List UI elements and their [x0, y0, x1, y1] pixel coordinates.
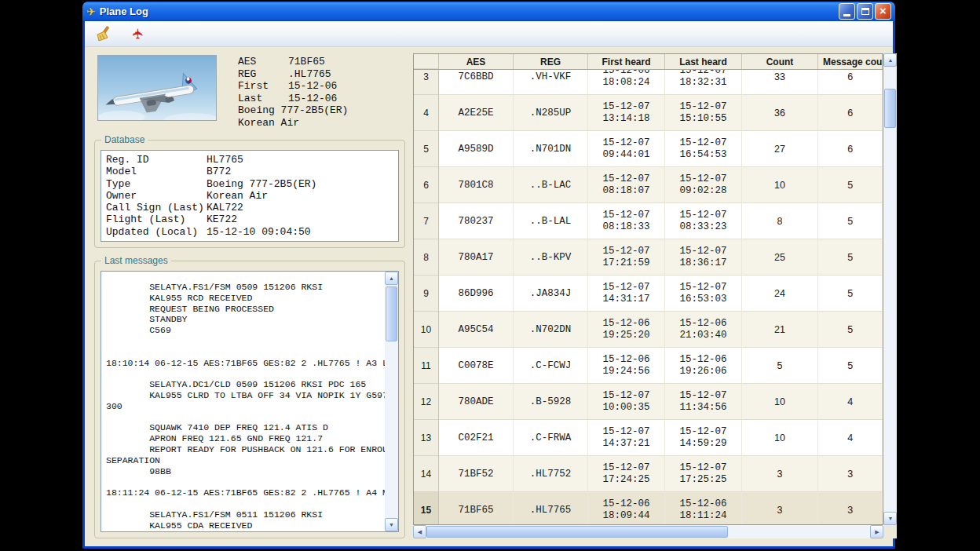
database-label: Call Sign (Last) [106, 202, 207, 213]
cell-message-count: 5 [818, 276, 883, 312]
row-number: 12 [414, 384, 439, 420]
scroll-up-icon[interactable]: ▲ [385, 272, 398, 285]
database-value: B772 [207, 166, 231, 177]
row-number: 11 [414, 348, 439, 384]
table-row[interactable]: 7780237..B-LAL15-12-07 08:18:3315-12-07 … [414, 203, 883, 239]
aircraft-info-row: AES71BF65REG.HL7765First15-12-06Last15-1… [97, 55, 405, 127]
cell-reg: .VH-VKF [514, 70, 588, 95]
aircraft-button[interactable]: ✈ [127, 24, 149, 44]
database-row: ModelB772 [106, 166, 393, 177]
cell-first-heard: 15-12-07 14:37:21 [588, 420, 665, 456]
scroll-up-icon[interactable]: ▲ [883, 53, 897, 67]
red-airplane-icon: ✈ [130, 27, 147, 39]
row-number: 6 [414, 167, 439, 203]
right-panel: AES REG First heard Last heard Count Mes… [413, 53, 897, 538]
table-vscroll-thumb[interactable] [884, 89, 896, 128]
table-row[interactable]: 4A2E25E.N285UP15-12-07 13:14:1815-12-07 … [414, 95, 883, 131]
airplane-photo-graphic [98, 56, 217, 121]
summary-line: Korean Air [238, 117, 348, 130]
maximize-button[interactable] [857, 3, 873, 20]
titlebar[interactable]: ✈ Plane Log × [82, 2, 895, 21]
cell-count: 3 [742, 456, 818, 492]
scroll-right-icon[interactable]: ▶ [870, 525, 883, 538]
cell-reg: ..B-LAL [514, 203, 588, 239]
cell-first-heard: 15-12-07 08:18:33 [588, 203, 665, 239]
cell-message-count: 5 [818, 312, 883, 348]
close-button[interactable]: × [875, 3, 891, 20]
header-first-heard[interactable]: First heard [588, 54, 665, 69]
summary-value: Boeing 777-2B5(ER) [238, 104, 348, 117]
summary-value: Korean Air [238, 117, 299, 130]
database-value: Korean Air [207, 190, 268, 202]
minimize-button[interactable] [839, 3, 855, 20]
cell-first-heard: 15-12-07 13:14:18 [588, 95, 665, 131]
row-number: 3 [414, 70, 439, 95]
aircraft-photo [97, 55, 217, 121]
cell-first-heard: 15-12-07 09:44:01 [588, 131, 665, 167]
cell-first-heard: 15-12-07 17:21:59 [588, 239, 665, 276]
table-vscroll-track[interactable] [883, 67, 897, 512]
cell-reg: .C-FRWA [514, 420, 588, 456]
scroll-left-icon[interactable]: ◀ [413, 525, 426, 538]
database-label: Model [106, 166, 207, 177]
table-hscroll-track[interactable] [426, 525, 870, 538]
table-row[interactable]: 12780ADE.B-592815-12-07 10:00:3515-12-07… [414, 384, 883, 420]
table-row[interactable]: 5A9589D.N701DN15-12-07 09:44:0115-12-07 … [414, 131, 883, 167]
table-row[interactable]: 37C6BBD.VH-VKF15-12-06 18:08:2415-12-07 … [414, 70, 883, 95]
window-controls: × [839, 3, 891, 20]
summary-line: Last15-12-06 [238, 93, 348, 105]
cell-reg: .C-FCWJ [514, 348, 588, 384]
table-hscroll-thumb[interactable] [426, 526, 728, 538]
header-last-heard[interactable]: Last heard [665, 54, 742, 69]
cell-count: 33 [742, 70, 818, 95]
table-zone: AES REG First heard Last heard Count Mes… [413, 53, 897, 525]
table-row[interactable]: 10A95C54.N702DN15-12-06 19:25:2015-12-06… [414, 312, 883, 348]
table-row[interactable]: 8780A17..B-KPV15-12-07 17:21:5915-12-07 … [414, 239, 883, 276]
row-number: 7 [414, 203, 439, 239]
row-number: 5 [414, 131, 439, 167]
database-row: TypeBoeing 777-2B5(ER) [106, 178, 393, 190]
cell-count: 36 [742, 95, 818, 131]
header-message-count[interactable]: Message cou [818, 54, 883, 69]
header-aes[interactable]: AES [439, 54, 514, 69]
scroll-down-icon[interactable]: ▼ [883, 512, 897, 525]
cell-count: 10 [742, 167, 818, 203]
summary-label: AES [238, 56, 288, 68]
table-row[interactable]: 986D996.JA834J15-12-07 14:31:1715-12-07 … [414, 276, 883, 312]
database-row: Reg. IDHL7765 [106, 154, 393, 166]
database-value: KE722 [207, 213, 237, 225]
header-count[interactable]: Count [742, 54, 818, 69]
header-reg[interactable]: REG [514, 54, 588, 69]
cell-first-heard: 15-12-07 10:00:35 [588, 384, 665, 420]
aircraft-table: AES REG First heard Last heard Count Mes… [413, 53, 883, 525]
messages-text[interactable]: SELATYA.FS1/FSM 0509 151206 RKSI KAL955 … [101, 272, 385, 531]
cell-first-heard: 15-12-07 14:31:17 [588, 276, 665, 312]
table-row[interactable]: 13C02F21.C-FRWA15-12-07 14:37:2115-12-07… [414, 420, 883, 456]
clear-log-button[interactable] [93, 24, 115, 44]
messages-scrollbar[interactable]: ▲ ▼ [385, 272, 398, 531]
cell-message-count: 3 [818, 492, 883, 524]
cell-message-count: 6 [818, 131, 883, 167]
summary-line: First15-12-06 [238, 80, 348, 93]
table-row[interactable]: 11C0078E.C-FCWJ15-12-06 19:24:5615-12-06… [414, 348, 883, 384]
database-row: Flight (Last)KE722 [106, 213, 393, 225]
summary-value: 15-12-06 [288, 93, 337, 105]
cell-message-count: 4 [818, 420, 883, 456]
messages-scroll-thumb[interactable] [386, 286, 397, 341]
header-row-number[interactable] [414, 54, 439, 69]
table-row[interactable]: 67801C8..B-LAC15-12-07 08:18:0715-12-07 … [414, 167, 883, 203]
messages-scroll-track[interactable] [385, 285, 398, 518]
table-row[interactable]: 1471BF52.HL775215-12-07 17:24:2515-12-07… [414, 456, 883, 492]
scroll-down-icon[interactable]: ▼ [385, 518, 398, 531]
cell-reg: ..B-LAC [514, 167, 588, 203]
main-content: AES71BF65REG.HL7765First15-12-06Last15-1… [85, 47, 893, 546]
database-value: Boeing 777-2B5(ER) [207, 178, 316, 190]
cell-aes: 7801C8 [439, 167, 514, 203]
table-vscrollbar[interactable]: ▲ ▼ [883, 53, 897, 525]
summary-value: 15-12-06 [288, 80, 337, 93]
summary-line: Boeing 777-2B5(ER) [238, 104, 348, 117]
table-hscrollbar[interactable]: ◀ ▶ [413, 525, 883, 538]
table-row[interactable]: 1571BF65.HL776515-12-06 18:09:4415-12-06… [414, 492, 883, 524]
database-row: Updated (Local)15-12-10 09:04:50 [106, 226, 393, 238]
table-header[interactable]: AES REG First heard Last heard Count Mes… [414, 54, 883, 70]
